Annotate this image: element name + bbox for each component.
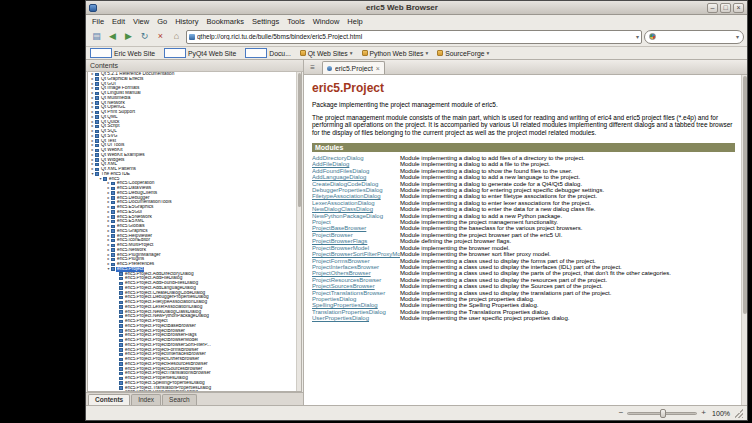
- module-link-userpropertiesdialog[interactable]: UserPropertiesDialog: [312, 315, 400, 321]
- document-icon: [119, 310, 123, 314]
- menu-help[interactable]: Help: [343, 16, 366, 27]
- stop-icon[interactable]: ×: [153, 29, 168, 44]
- document-icon: [111, 267, 115, 271]
- chevron-down-icon[interactable]: ▾: [736, 33, 739, 40]
- zoom-level: 100%: [710, 410, 730, 417]
- tab-list-icon[interactable]: ≡: [306, 62, 319, 74]
- search-input[interactable]: ▾: [644, 30, 744, 44]
- document-icon: [95, 77, 99, 81]
- tree-scrollbar-thumb[interactable]: [298, 73, 302, 207]
- menu-window[interactable]: Window: [309, 16, 344, 27]
- folder-icon: [362, 50, 368, 56]
- menu-go[interactable]: Go: [153, 16, 171, 27]
- document-icon: [95, 87, 99, 91]
- menu-edit[interactable]: Edit: [108, 16, 129, 27]
- main-area: Contents ▸Qt 5.2.1 Reference Documentati…: [86, 60, 747, 405]
- bookmark-sourceforge[interactable]: SourceForge▾: [437, 50, 489, 57]
- close-tab-icon[interactable]: ×: [376, 65, 380, 72]
- titlebar[interactable]: eric5 Web Browser – □ ×: [86, 1, 747, 15]
- bookmark-pyqt4-web-site[interactable]: PyQt4 Web Site: [164, 48, 236, 58]
- document-icon: [95, 106, 99, 110]
- document-icon: [119, 343, 123, 347]
- module-row-userpropertiesdialog: UserPropertiesDialogModule implementing …: [312, 315, 735, 321]
- search-engine-icon[interactable]: [649, 33, 656, 40]
- sidebar-tabs: ContentsIndexSearch: [86, 392, 303, 405]
- zoom-slider-thumb[interactable]: [660, 409, 666, 418]
- zoom-in-button[interactable]: +: [701, 407, 706, 419]
- bookmarks-bar: Eric Web SitePyQt4 Web SiteDocu...Qt Web…: [86, 47, 747, 60]
- document-icon: [119, 315, 123, 319]
- document-icon: [119, 353, 123, 357]
- new-tab-icon[interactable]: ▤: [89, 29, 104, 44]
- document-icon: [95, 125, 99, 129]
- page-favicon-icon: [189, 34, 195, 40]
- document-icon: [111, 201, 115, 205]
- document-icon: [119, 324, 123, 328]
- page-icon: [90, 48, 112, 58]
- modules-table: AddDirectoryDialogModule implementing a …: [312, 155, 735, 322]
- content-scrollbar[interactable]: [741, 75, 747, 405]
- bookmark-python-web-sites[interactable]: Python Web Sites▾: [362, 50, 429, 57]
- document-icon: [95, 130, 99, 134]
- menu-history[interactable]: History: [171, 16, 202, 27]
- document-icon: [111, 187, 115, 191]
- tab-eric5-project[interactable]: eric5.Project ×: [322, 61, 385, 74]
- document-icon: [111, 215, 115, 219]
- document-icon: [119, 391, 123, 392]
- bookmark-docu[interactable]: Docu...: [245, 48, 291, 58]
- sidebar-title: Contents: [86, 60, 303, 72]
- home-icon[interactable]: ⌂: [169, 29, 184, 44]
- chevron-down-icon[interactable]: ▾: [636, 33, 639, 40]
- minimize-button[interactable]: –: [707, 3, 718, 13]
- back-icon[interactable]: ◀: [105, 29, 120, 44]
- reload-icon[interactable]: ↻: [137, 29, 152, 44]
- page-title: eric5.Project: [312, 81, 735, 95]
- bookmark-label: Python Web Sites: [370, 50, 424, 57]
- document-icon: [111, 263, 115, 267]
- menu-view[interactable]: View: [129, 16, 153, 27]
- document-icon: [95, 111, 99, 115]
- maximize-button[interactable]: □: [720, 3, 731, 13]
- browser-window: eric5 Web Browser – □ × FileEditViewGoHi…: [85, 0, 748, 421]
- document-icon: [111, 182, 115, 186]
- menu-settings[interactable]: Settings: [248, 16, 283, 27]
- tree-scrollbar[interactable]: [296, 72, 301, 391]
- document-icon: [111, 258, 115, 262]
- menu-bookmarks[interactable]: Bookmarks: [203, 16, 249, 27]
- url-text: qthelp://org.rici.tu.de/bulle/5bms/binde…: [197, 33, 634, 40]
- chevron-down-icon: ▾: [350, 50, 353, 56]
- document-icon: [119, 372, 123, 376]
- bookmark-eric-web-site[interactable]: Eric Web Site: [90, 48, 155, 58]
- document-icon: [111, 239, 115, 243]
- sidebar-tab-index[interactable]: Index: [131, 394, 161, 405]
- menubar: FileEditViewGoHistoryBookmarksSettingsTo…: [86, 15, 747, 27]
- menu-file[interactable]: File: [88, 16, 108, 27]
- menu-tools[interactable]: Tools: [283, 16, 309, 27]
- document-icon: [119, 291, 123, 295]
- document-icon: [95, 96, 99, 100]
- page: eric5.Project Package implementing the p…: [304, 75, 747, 405]
- document-icon: [95, 134, 99, 138]
- sidebar-tab-search[interactable]: Search: [162, 394, 197, 405]
- folder-icon: [300, 50, 306, 56]
- tree-item-eric5-project-userpropertiesdialog[interactable]: eric5.Project.UserPropertiesDialog: [88, 390, 301, 392]
- url-bar[interactable]: qthelp://org.rici.tu.de/bulle/5bms/binde…: [186, 30, 642, 44]
- close-button[interactable]: ×: [733, 3, 744, 13]
- zoom-slider[interactable]: [627, 412, 697, 415]
- toolbar: ▤◀▶↻×⌂ qthelp://org.rici.tu.de/bulle/5bm…: [86, 27, 747, 47]
- zoom-out-button[interactable]: −: [619, 407, 624, 419]
- document-icon: [95, 120, 99, 124]
- document-icon: [95, 101, 99, 105]
- forward-icon[interactable]: ▶: [121, 29, 136, 44]
- resize-grip[interactable]: [734, 409, 743, 418]
- document-icon: [119, 277, 123, 281]
- document-icon: [95, 139, 99, 143]
- bookmark-qt-web-sites[interactable]: Qt Web Sites▾: [300, 50, 353, 57]
- document-icon: [119, 296, 123, 300]
- document-icon: [111, 244, 115, 248]
- document-icon: [119, 334, 123, 338]
- chevron-down-icon: ▾: [425, 50, 428, 56]
- tab-label: eric5.Project: [335, 65, 373, 72]
- content-scrollbar-thumb[interactable]: [743, 76, 747, 314]
- sidebar-tab-contents[interactable]: Contents: [88, 394, 130, 405]
